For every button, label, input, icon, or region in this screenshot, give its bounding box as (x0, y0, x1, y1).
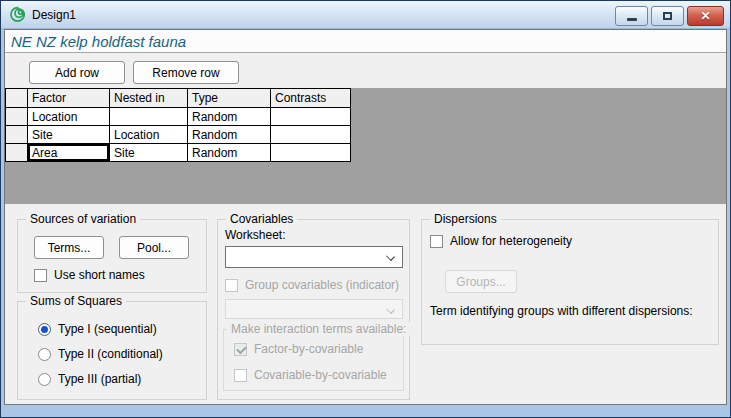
type-ii-option[interactable]: Type II (conditional) (38, 347, 163, 361)
cell-type[interactable]: Random (188, 126, 271, 144)
make-interaction-terms-group: Make interaction terms available: Factor… (223, 329, 404, 391)
sums-of-squares-group: Sums of Squares Type I (sequential) Type… (17, 301, 207, 400)
factor-by-covariable-option: Factor-by-covariable (234, 342, 363, 356)
cell-factor[interactable]: Site (28, 126, 110, 144)
dialog-content: NE NZ kelp holdfast fauna Add row Remove… (4, 29, 727, 405)
title-bar[interactable]: Design1 ✕ (1, 1, 730, 29)
dispersion-term-text: Term identifying groups with different d… (430, 304, 693, 318)
restore-button[interactable] (651, 6, 684, 26)
group-title: Covariables (226, 212, 297, 226)
worksheet-label: Worksheet: (225, 228, 285, 242)
restore-icon (663, 12, 672, 20)
col-header-factor: Factor (28, 89, 110, 108)
pool-button[interactable]: Pool... (119, 236, 189, 259)
factor-by-covariable-checkbox (234, 343, 247, 356)
allow-heterogeneity-option[interactable]: Allow for heterogeneity (430, 234, 572, 248)
chevron-down-icon (386, 305, 395, 314)
row-toolbar: Add row Remove row (5, 54, 726, 88)
close-icon: ✕ (700, 10, 710, 22)
covariable-by-covariable-checkbox (234, 369, 247, 382)
type-ii-label: Type II (conditional) (58, 347, 163, 361)
design-dialog-window: Design1 ✕ NE NZ kelp holdfast fauna Add … (0, 0, 731, 418)
cell-contrasts[interactable] (271, 144, 351, 162)
terms-button[interactable]: Terms... (34, 236, 104, 259)
add-row-button[interactable]: Add row (29, 61, 125, 84)
row-selector-cell[interactable] (6, 144, 28, 162)
remove-row-button[interactable]: Remove row (133, 61, 239, 84)
cell-type[interactable]: Random (188, 144, 271, 162)
covariable-by-covariable-label: Covariable-by-covariable (254, 368, 387, 382)
group-title: Dispersions (430, 212, 501, 226)
use-short-names-option[interactable]: Use short names (34, 268, 145, 282)
cell-type[interactable]: Random (188, 108, 271, 126)
design-title: NE NZ kelp holdfast fauna (11, 33, 186, 50)
type-i-option[interactable]: Type I (sequential) (38, 322, 157, 336)
table-row: Location Random (6, 108, 351, 126)
cell-contrasts[interactable] (271, 126, 351, 144)
col-header-type: Type (188, 89, 271, 108)
type-iii-radio[interactable] (38, 373, 51, 386)
cell-nested-in[interactable] (110, 108, 188, 126)
allow-heterogeneity-label: Allow for heterogeneity (450, 234, 572, 248)
table-row: Area Site Random (6, 144, 351, 162)
minimize-icon (627, 18, 637, 21)
covariables-group: Covariables Worksheet: Group covariables… (217, 219, 410, 400)
group-title: Sums of Squares (26, 294, 126, 308)
use-short-names-label: Use short names (54, 268, 145, 282)
window-title: Design1 (32, 8, 76, 22)
minimize-button[interactable] (615, 6, 648, 26)
dispersions-group: Dispersions Allow for heterogeneity Grou… (421, 219, 719, 345)
cell-nested-in[interactable]: Site (110, 144, 188, 162)
row-selector-cell[interactable] (6, 126, 28, 144)
table-row: Site Location Random (6, 126, 351, 144)
type-ii-radio[interactable] (38, 348, 51, 361)
indicator-combobox (225, 299, 403, 319)
sources-of-variation-group: Sources of variation Terms... Pool... Us… (17, 219, 207, 293)
col-header-contrasts: Contrasts (271, 89, 351, 108)
design-title-strip: NE NZ kelp holdfast fauna (5, 30, 726, 53)
allow-heterogeneity-checkbox[interactable] (430, 235, 443, 248)
type-iii-label: Type III (partial) (58, 372, 141, 386)
worksheet-combobox[interactable] (225, 246, 403, 268)
cell-contrasts[interactable] (271, 108, 351, 126)
chevron-down-icon (386, 252, 395, 261)
window-controls: ✕ (615, 6, 724, 26)
col-header-nested-in: Nested in (110, 89, 188, 108)
group-title: Make interaction terms available: (227, 322, 410, 336)
factor-by-covariable-label: Factor-by-covariable (254, 342, 363, 356)
row-selector-cell[interactable] (6, 108, 28, 126)
factors-table: Factor Nested in Type Contrasts Location… (5, 88, 351, 162)
close-button[interactable]: ✕ (687, 6, 724, 26)
group-covariables-checkbox (225, 279, 238, 292)
group-covariables-label: Group covariables (indicator) (245, 278, 399, 292)
corner-header-cell (6, 89, 28, 108)
use-short-names-checkbox[interactable] (34, 269, 47, 282)
table-header-row: Factor Nested in Type Contrasts (6, 89, 351, 108)
type-i-radio[interactable] (38, 323, 51, 336)
groups-button: Groups... (445, 270, 517, 293)
cell-factor-selected[interactable]: Area (28, 144, 110, 162)
type-i-label: Type I (sequential) (58, 322, 157, 336)
covariable-by-covariable-option: Covariable-by-covariable (234, 368, 387, 382)
cell-factor[interactable]: Location (28, 108, 110, 126)
factors-grid-area: Factor Nested in Type Contrasts Location… (5, 88, 726, 204)
type-iii-option[interactable]: Type III (partial) (38, 372, 141, 386)
cell-nested-in[interactable]: Location (110, 126, 188, 144)
group-title: Sources of variation (26, 212, 140, 226)
primer-spiral-icon (9, 6, 26, 23)
group-covariables-option: Group covariables (indicator) (225, 278, 399, 292)
